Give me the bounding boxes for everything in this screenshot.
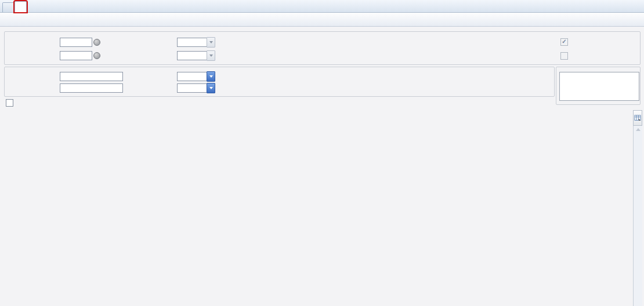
stundentafel-grid [0, 110, 644, 306]
sst-gueltig-von-dropdown[interactable] [207, 71, 215, 82]
sst-kuerzel-field[interactable] [60, 72, 123, 81]
bildungsgang-info-icon[interactable] [93, 39, 100, 46]
basis-bis-field[interactable] [177, 51, 208, 60]
basisstundentafel-fieldset [4, 31, 641, 65]
klassengruppen-fieldset [556, 67, 641, 105]
sst-gueltig-von-field[interactable] [177, 72, 208, 81]
tab-bar [0, 0, 644, 13]
tab-schulstundentafeln[interactable] [15, 1, 27, 12]
schulstundentafel-fieldset [4, 67, 555, 97]
bildungsgang-field[interactable] [60, 38, 92, 47]
chevron-down-icon [209, 75, 213, 78]
column-control-button[interactable] [633, 110, 642, 126]
vertical-scrollbar[interactable] [633, 126, 642, 306]
basis-bis-dropdown [207, 50, 215, 61]
basis-gueltig-von-dropdown [207, 37, 215, 48]
chevron-down-icon [209, 54, 213, 57]
basis-gueltig-von-field[interactable] [177, 38, 208, 47]
langbez-field[interactable] [60, 83, 123, 93]
profil-field[interactable] [60, 51, 92, 60]
chevron-down-icon [209, 41, 213, 43]
column-grid-icon [634, 114, 642, 122]
sst-bis-field[interactable] [177, 83, 208, 93]
form-area [0, 27, 644, 110]
tab-start[interactable] [2, 2, 15, 12]
kontingent-checkbox [560, 52, 568, 60]
profil-info-icon[interactable] [93, 52, 100, 59]
chevron-down-icon [209, 87, 213, 89]
schulversuch-checkbox [560, 38, 568, 46]
zusammenfalten-checkbox[interactable] [6, 99, 13, 107]
sst-bis-dropdown[interactable] [207, 83, 215, 93]
scroll-up-icon[interactable] [634, 126, 642, 133]
klassengruppen-listbox[interactable] [559, 72, 639, 101]
toolbar [0, 13, 644, 27]
